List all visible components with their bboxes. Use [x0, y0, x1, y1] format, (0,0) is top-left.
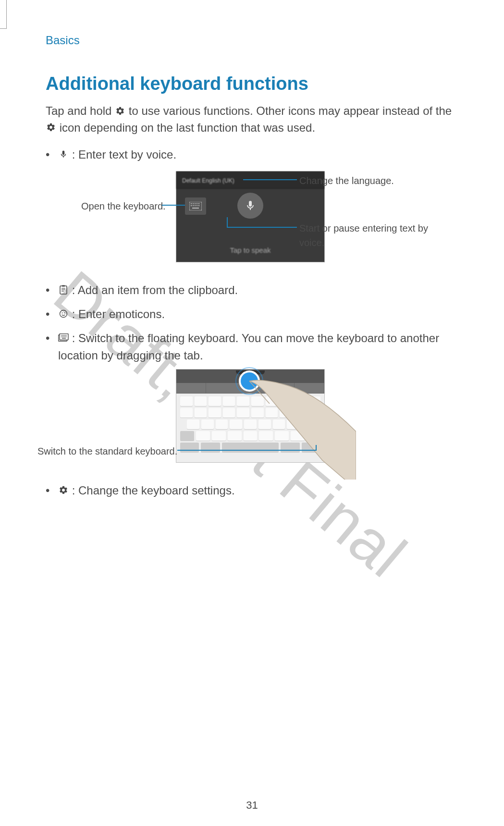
- voice-mic-button: [237, 193, 263, 219]
- bullet-clipboard-text: : Add an item from the clipboard.: [72, 284, 238, 296]
- callout-line: [316, 445, 317, 451]
- svg-rect-1: [191, 203, 192, 204]
- intro-text-2: to use various functions. Other icons ma…: [129, 104, 452, 117]
- bullet-list: : Enter text by voice. Default English (…: [46, 146, 461, 499]
- figure-voice: Default English (UK) Tap to speak Open t…: [58, 171, 461, 267]
- gear-icon: [46, 122, 56, 133]
- svg-rect-13: [62, 285, 65, 287]
- svg-rect-7: [193, 205, 194, 206]
- callout-line: [162, 205, 185, 206]
- mic-icon: [58, 149, 69, 160]
- breadcrumb: Basics: [46, 34, 461, 47]
- gear-icon: [115, 106, 125, 116]
- svg-rect-4: [197, 203, 197, 204]
- bullet-emoticons-text: : Enter emoticons.: [72, 308, 165, 321]
- svg-point-17: [60, 310, 67, 318]
- keyboard-drag-tab: [176, 370, 324, 383]
- floating-keyboard-icon: [58, 333, 69, 343]
- svg-point-19: [64, 313, 65, 314]
- page-edge-tab: [0, 0, 7, 29]
- svg-point-18: [62, 313, 63, 314]
- open-keyboard-button: [185, 197, 206, 215]
- callout-line: [243, 179, 297, 180]
- intro-text-1: Tap and hold: [46, 104, 115, 117]
- callout-start-pause: Start or pause entering text by voice.: [299, 221, 453, 250]
- svg-rect-3: [195, 203, 196, 204]
- svg-rect-11: [192, 208, 199, 209]
- callout-line: [177, 450, 317, 451]
- page-heading: Additional keyboard functions: [46, 74, 461, 94]
- keyboard-toolbar: [176, 383, 324, 394]
- bullet-settings: : Change the keyboard settings.: [58, 482, 461, 499]
- clipboard-icon: [58, 284, 69, 295]
- callout-line: [227, 227, 297, 228]
- page-content: Basics Additional keyboard functions Tap…: [0, 0, 504, 499]
- callout-change-language: Change the language.: [299, 173, 394, 188]
- intro-paragraph: Tap and hold to use various functions. O…: [46, 103, 461, 136]
- bullet-clipboard: : Add an item from the clipboard.: [58, 282, 461, 299]
- gear-icon: [58, 485, 69, 495]
- floating-keyboard-screenshot: [176, 369, 325, 463]
- page-number: 31: [0, 799, 504, 812]
- bullet-voice: : Enter text by voice. Default English (…: [58, 146, 461, 267]
- svg-rect-5: [198, 203, 199, 204]
- keyboard-keys: [176, 394, 324, 457]
- switch-standard-key: [302, 443, 320, 452]
- bullet-emoticons: : Enter emoticons.: [58, 306, 461, 323]
- svg-rect-10: [198, 205, 199, 206]
- figure-floating-keyboard: Switch to the standard keyboard.: [58, 369, 461, 468]
- svg-rect-9: [197, 205, 197, 206]
- intro-text-3: icon depending on the last function that…: [60, 121, 315, 134]
- bullet-voice-text: : Enter text by voice.: [72, 148, 176, 161]
- svg-rect-2: [193, 203, 194, 204]
- svg-rect-6: [191, 205, 192, 206]
- bullet-floating-text: : Switch to the floating keyboard. You c…: [58, 332, 439, 362]
- bullet-floating: : Switch to the floating keyboard. You c…: [58, 330, 461, 468]
- bullet-settings-text: : Change the keyboard settings.: [72, 484, 235, 497]
- smiley-icon: [58, 308, 69, 319]
- callout-switch-standard: Switch to the standard keyboard.: [37, 444, 177, 458]
- callout-open-keyboard: Open the keyboard.: [81, 199, 166, 213]
- svg-rect-8: [195, 205, 196, 206]
- callout-line: [227, 217, 228, 227]
